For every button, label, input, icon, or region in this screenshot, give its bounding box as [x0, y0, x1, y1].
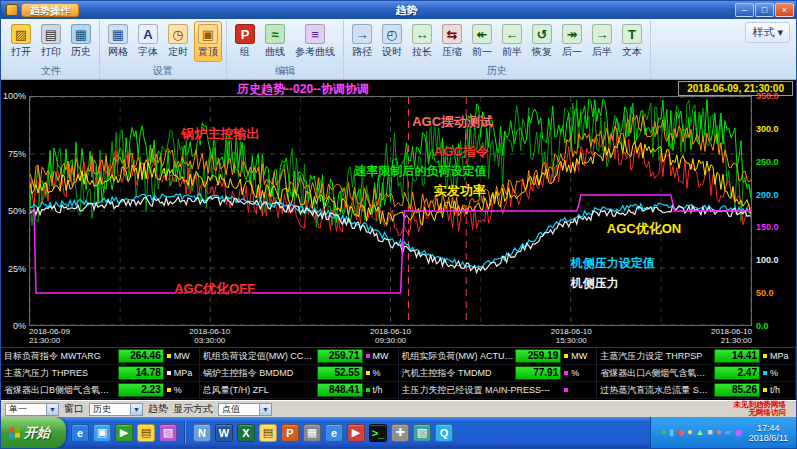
input-method-icon[interactable]: ●: [716, 428, 721, 437]
ribbon-group-文件: ▨打开▤打印▦历史文件: [3, 20, 100, 79]
windows-logo-icon: [9, 426, 20, 438]
image-viewer-icon[interactable]: ▧: [413, 424, 431, 442]
text-icon: T: [622, 24, 642, 44]
table-cell: 汽机主控指令 TMDMD77.91%: [399, 365, 598, 382]
ribbon-button-恢复[interactable]: ↺恢复: [528, 21, 556, 62]
ribbon-button-label: 组: [240, 45, 250, 59]
ribbon-button-路径[interactable]: →路径: [348, 21, 376, 62]
ie-icon[interactable]: e: [71, 424, 89, 442]
maximize-button[interactable]: □: [755, 3, 774, 17]
ribbon-button-row: →路径◴设时↔拉长⇆压缩↞前一←前半↺恢复↠后一→后半T文本: [347, 21, 647, 64]
battery-icon[interactable]: ▰: [724, 428, 731, 437]
start-button[interactable]: 开始: [1, 417, 66, 448]
network-icon[interactable]: ▮: [669, 428, 674, 437]
tag-label: 机组负荷设定值(MW) CCSAID14: [203, 350, 317, 363]
source-select[interactable]: 历史 ▼: [89, 403, 143, 416]
terminal-icon[interactable]: >_: [369, 424, 387, 442]
settings-icon[interactable]: ✚: [391, 424, 409, 442]
antivirus-icon[interactable]: ◆: [677, 428, 684, 437]
ribbon-button-后半[interactable]: →后半: [588, 21, 616, 62]
volume-icon[interactable]: ●: [661, 428, 666, 437]
messenger-icon[interactable]: ●: [687, 428, 692, 437]
ribbon-groups: ▨打开▤打印▦历史文件▦网格A字体◷定时▣置顶设置P组≈曲线≡参考曲线编辑→路径…: [3, 20, 651, 79]
style-menu-button[interactable]: 样式 ▾: [745, 22, 790, 43]
ribbon-button-压缩[interactable]: ⇆压缩: [438, 21, 466, 62]
notepad-icon[interactable]: N: [193, 424, 211, 442]
ribbon-button-前半[interactable]: ←前半: [498, 21, 526, 62]
chat-icon[interactable]: Q: [435, 424, 453, 442]
taskbar-clock[interactable]: 17:44 2018/6/11: [749, 423, 788, 443]
ribbon-button-历史[interactable]: ▦历史: [67, 21, 95, 62]
ribbon-button-置顶[interactable]: ▣置顶: [194, 21, 222, 62]
ribbon-button-字体[interactable]: A字体: [134, 21, 162, 62]
ribbon-button-label: 路径: [352, 45, 372, 59]
media-player-icon[interactable]: ▶: [115, 424, 133, 442]
tag-value: 259.71: [317, 349, 363, 363]
footer-bar: 单一 ▼ 窗口 历史 ▼ 趋势 显示方式 点值 ▼ 未见到趋势网络 无网络访问: [1, 400, 796, 417]
close-button[interactable]: ×: [775, 3, 794, 17]
calculator-icon[interactable]: ▦: [303, 424, 321, 442]
ribbon-button-label: 置顶: [198, 45, 218, 59]
display-mode-select[interactable]: 点值 ▼: [218, 403, 272, 416]
my-documents-icon[interactable]: ▤: [137, 424, 155, 442]
folder-window-icon[interactable]: ▤: [259, 424, 277, 442]
series-color-chip: [166, 353, 172, 359]
ribbon-button-参考曲线[interactable]: ≡参考曲线: [291, 21, 339, 62]
ribbon-button-设时[interactable]: ◴设时: [378, 21, 406, 62]
ribbon-button-打开[interactable]: ▨打开: [7, 21, 35, 62]
ribbon-button-曲线[interactable]: ≈曲线: [261, 21, 289, 62]
ribbon-button-打印[interactable]: ▤打印: [37, 21, 65, 62]
application-window: 趋势操作 趋势 – □ × ▨打开▤打印▦历史文件▦网格A字体◷定时▣置顶设置P…: [0, 0, 797, 449]
y-right-tick: 350.0: [756, 91, 779, 101]
tag-value: 264.46: [118, 349, 164, 363]
network-warning: 未见到趋势网络 无网络访问: [734, 401, 793, 417]
ribbon-button-label: 曲线: [265, 45, 285, 59]
ribbon-button-前一[interactable]: ↞前一: [468, 21, 496, 62]
ribbon-button-文本[interactable]: T文本: [618, 21, 646, 62]
window-mode-select[interactable]: 单一 ▼: [5, 403, 59, 416]
path-icon: →: [352, 24, 372, 44]
tag-label: 省煤器出口A侧烟气含氧量2 10K---: [600, 367, 714, 380]
tag-value: 14.41: [714, 349, 760, 363]
ribbon-button-label: 历史: [71, 45, 91, 59]
ribbon-button-label: 字体: [138, 45, 158, 59]
tag-label: 主蒸汽压力设定 THRPSP: [600, 350, 714, 363]
update-icon[interactable]: ▲: [695, 428, 704, 437]
ribbon-group-label: 文件: [6, 64, 96, 79]
trend-chart-zone: 历史趋势--020--协调协调 2018-06-09, 21:30:00 100…: [1, 80, 796, 400]
chevron-down-icon: ▼: [259, 404, 271, 415]
chart-annotation: 锅炉主控输出: [181, 127, 259, 140]
ribbon-button-后一[interactable]: ↠后一: [558, 21, 586, 62]
table-cell: 目标负荷指令 MWTARG264.46MW: [1, 348, 200, 365]
excel-icon[interactable]: X: [237, 424, 255, 442]
compress-icon: ⇆: [442, 24, 462, 44]
ribbon-button-label: 前一: [472, 45, 492, 59]
app-icon: [6, 4, 18, 16]
tag-value-table: 目标负荷指令 MWTARG264.46MW机组负荷设定值(MW) CCSAID1…: [1, 347, 796, 400]
series-color-chip: [365, 353, 371, 359]
ribbon-button-网格[interactable]: ▦网格: [104, 21, 132, 62]
usb-icon[interactable]: ■: [707, 428, 712, 437]
mail-icon[interactable]: ▧: [159, 424, 177, 442]
next-half-icon: →: [592, 24, 612, 44]
minimize-button[interactable]: –: [735, 3, 754, 17]
ribbon-group-label: 历史: [347, 64, 647, 79]
ribbon-button-组[interactable]: P组: [231, 21, 259, 62]
plot-area[interactable]: 锅炉主控输出AGC摆动测试AGC指令速率限制后的负荷设定值实发功率AGC优化ON…: [29, 96, 752, 326]
trend-plot[interactable]: [30, 97, 751, 325]
word-icon[interactable]: W: [215, 424, 233, 442]
show-desktop-icon[interactable]: ▣: [93, 424, 111, 442]
paint-icon[interactable]: P: [281, 424, 299, 442]
y-right-tick: 200.0: [756, 190, 779, 200]
app-menu-button[interactable]: 趋势操作: [21, 3, 79, 17]
window-label: 窗口: [64, 402, 84, 416]
ribbon-button-label: 打印: [41, 45, 61, 59]
x-tick-time: 15:30:00: [551, 336, 592, 345]
sync-icon[interactable]: ◼: [734, 428, 741, 437]
browser-window-icon[interactable]: e: [325, 424, 343, 442]
ribbon-button-定时[interactable]: ◷定时: [164, 21, 192, 62]
ribbon-button-拉长[interactable]: ↔拉长: [408, 21, 436, 62]
chart-annotation: 速率限制后的负荷设定值: [354, 165, 486, 177]
media-window-icon[interactable]: ▶: [347, 424, 365, 442]
tag-label: 锅炉主控指令 BMDMD: [203, 367, 317, 380]
